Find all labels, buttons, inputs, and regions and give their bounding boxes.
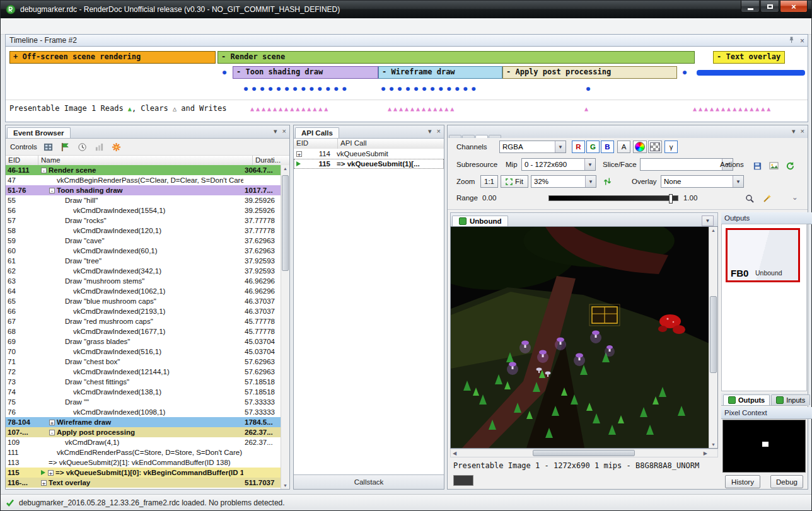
close-button[interactable]: × — [780, 1, 808, 13]
text-overlay-duration-bar[interactable] — [697, 70, 805, 76]
range-max-value[interactable]: 1.00 — [683, 192, 697, 204]
scrollbar-thumb[interactable] — [533, 450, 635, 456]
event-row[interactable]: 115 +=> vkQueueSubmit(1)[0]: vkBeginComm… — [6, 468, 281, 478]
event-row[interactable]: 56 vkCmdDrawIndexed(1554,1) 39.25926 — [6, 205, 281, 215]
texture-image[interactable] — [451, 227, 709, 448]
event-row[interactable]: 46-111 -Render scene 3064.7... — [6, 165, 281, 175]
tree-expander[interactable]: + — [49, 420, 55, 425]
event-browser-scrollbar[interactable]: ▲ ▼ — [281, 165, 289, 489]
event-row[interactable]: 68 vkCmdDrawIndexed(1677,1) 45.77778 — [6, 326, 281, 336]
chevron-down-icon[interactable]: ▾ — [792, 128, 796, 135]
event-row[interactable]: 63 Draw "mushroom stems" 46.96296 — [6, 276, 281, 286]
tree-expander[interactable]: + — [41, 480, 47, 486]
statistics-chart-icon[interactable] — [94, 141, 105, 152]
range-slider-thumb[interactable] — [669, 194, 673, 204]
scroll-left-icon[interactable]: ◀ — [453, 451, 456, 456]
pixel-debug-button[interactable]: Debug — [770, 475, 803, 488]
event-row[interactable]: 55 Draw "hill" 39.25926 — [6, 195, 281, 205]
custom-shader-wheel-button[interactable] — [633, 141, 647, 153]
channel-green-toggle[interactable]: G — [586, 141, 600, 153]
event-row[interactable]: 76 vkCmdDrawIndexed(1098,1) 57.33333 — [6, 407, 281, 417]
menu-item[interactable] — [3, 24, 15, 29]
channel-red-toggle[interactable]: R — [572, 141, 585, 153]
maximize-button[interactable] — [760, 1, 779, 13]
timeline-marker-toon-shading[interactable]: - Toon shading draw — [233, 66, 378, 79]
close-icon[interactable]: × — [437, 128, 441, 135]
event-row[interactable]: 57 Draw "rocks" 37.77778 — [6, 215, 281, 226]
flip-y-button[interactable] — [600, 175, 614, 188]
write-markers[interactable]: ▲▲▲▲▲▲▲▲▲▲▲▲ — [388, 105, 456, 112]
event-row[interactable]: 58 vkCmdDrawIndexed(120,1) 37.77778 — [6, 226, 281, 236]
goto-resource-button[interactable] — [783, 159, 797, 172]
menu-item[interactable] — [40, 24, 53, 29]
chevron-down-icon[interactable]: ▾ — [428, 128, 432, 135]
draw-call-dot[interactable]: ● — [683, 69, 691, 76]
write-markers[interactable]: ▲▲▲▲▲▲▲▲▲▲▲▲▲▲ — [250, 105, 330, 112]
slice-face-combo[interactable]: ▼ — [640, 158, 733, 171]
scrollbar-thumb[interactable] — [282, 175, 289, 271]
event-row[interactable]: 47 vkCmdBeginRenderPass(C=Clear, D=Clear… — [6, 175, 281, 185]
tree-expander[interactable]: - — [41, 168, 47, 173]
event-row[interactable]: 107-... -Apply post processing 262.37... — [6, 427, 281, 437]
tab-event-browser[interactable]: Event Browser — [7, 127, 71, 138]
range-slider[interactable] — [548, 195, 678, 201]
channels-combo[interactable]: RGBA▼ — [499, 141, 566, 153]
texture-horizontal-scrollbar[interactable]: ◀ ▶ — [450, 449, 718, 457]
scroll-up-icon[interactable]: ▲ — [281, 166, 289, 171]
tab-api-calls[interactable]: API Calls — [295, 127, 339, 138]
zoom-fit-button[interactable]: Fit — [501, 175, 528, 188]
scroll-right-icon[interactable]: ▶ — [704, 451, 707, 456]
event-row[interactable]: 109 vkCmdDraw(4,1) 262.37... — [6, 437, 281, 447]
event-row[interactable]: 71 Draw "chest box" 57.62963 — [6, 357, 281, 367]
tree-expander[interactable]: + — [296, 151, 302, 157]
pin-icon[interactable] — [788, 36, 795, 45]
event-row[interactable]: 74 vkCmdDrawIndexed(138,1) 57.18518 — [6, 387, 281, 397]
draw-call-dot[interactable]: ● — [223, 69, 231, 76]
time-draws-clock-icon[interactable] — [77, 141, 88, 152]
event-row[interactable]: 65 Draw "blue mushroom caps" 46.37037 — [6, 296, 281, 306]
timeline-marker-text-overlay[interactable]: - Text overlay — [713, 51, 785, 64]
autofit-range-button[interactable] — [760, 192, 774, 205]
channel-alpha-toggle[interactable]: A — [617, 141, 630, 153]
tree-expander[interactable]: - — [49, 188, 55, 193]
alpha-background-button[interactable] — [648, 141, 662, 153]
event-row[interactable]: 60 vkCmdDrawIndexed(60,1) 37.62963 — [6, 246, 281, 256]
menu-item[interactable] — [28, 24, 40, 29]
texture-vertical-scrollbar[interactable]: ▲ ▼ — [709, 227, 717, 448]
close-icon[interactable]: × — [800, 37, 804, 45]
zoom-1to1-button[interactable]: 1:1 — [480, 175, 498, 188]
timeline-marker-render-scene[interactable]: - Render scene — [218, 51, 695, 64]
mip-combo[interactable]: 0 - 1272x690▼ — [521, 158, 596, 171]
minimize-button[interactable] — [741, 1, 760, 13]
timeline-marker-wireframe[interactable]: - Wireframe draw — [378, 66, 502, 79]
tab-inputs[interactable]: Inputs — [771, 394, 810, 405]
event-row[interactable]: 72 vkCmdDrawIndexed(12144,1) 57.62963 — [6, 367, 281, 377]
api-call-row[interactable]: + 114 vkQueueSubmit — [294, 149, 444, 159]
zoom-range-button[interactable] — [743, 192, 757, 205]
overlay-combo[interactable]: None▼ — [661, 175, 744, 188]
event-row[interactable]: 67 Draw "red mushroom caps" 45.77778 — [6, 316, 281, 326]
callstack-panel-header[interactable]: Callstack — [294, 474, 444, 489]
event-row[interactable]: 70 vkCmdDrawIndexed(516,1) 45.03704 — [6, 347, 281, 357]
bookmark-star-icon[interactable] — [111, 141, 122, 152]
texture-list-dropdown[interactable]: ▼ — [702, 215, 714, 226]
api-call-row[interactable]: 115 => vkQueueSubmit(1)[... — [294, 159, 444, 169]
event-row[interactable]: 66 vkCmdDrawIndexed(2193,1) 46.37037 — [6, 306, 281, 316]
channel-blue-toggle[interactable]: B — [601, 141, 614, 153]
event-row[interactable]: 116-... +Text overlay 511.7037 — [6, 478, 281, 488]
jump-to-event-flag-icon[interactable] — [60, 141, 71, 152]
menu-item[interactable] — [15, 24, 28, 29]
chevron-down-icon[interactable]: ▾ — [274, 128, 277, 135]
close-icon[interactable]: × — [801, 128, 804, 135]
event-row[interactable]: 111 vkCmdEndRenderPass(C=Store, D=Store,… — [6, 447, 281, 457]
event-row[interactable]: 75 Draw "" 57.33333 — [6, 397, 281, 407]
framebuffer-thumbnail-fb0[interactable]: FB0 Unbound — [726, 228, 800, 282]
draw-call-dots-toon[interactable]: ●●●●●●●●●●●●● — [244, 86, 351, 92]
zoom-level-combo[interactable]: 32%▼ — [531, 175, 596, 188]
event-row[interactable]: 113 => vkQueueSubmit(2)[1]: vkEndCommand… — [6, 457, 281, 468]
column-api-call[interactable]: API Call — [338, 139, 444, 149]
pixel-context-view[interactable] — [722, 420, 806, 473]
event-row[interactable]: 61 Draw "tree" 37.92593 — [6, 256, 281, 266]
timeline-marker-post-processing[interactable]: - Apply post processing — [502, 66, 677, 79]
event-row[interactable]: 59 Draw "cave" 37.62963 — [6, 236, 281, 246]
